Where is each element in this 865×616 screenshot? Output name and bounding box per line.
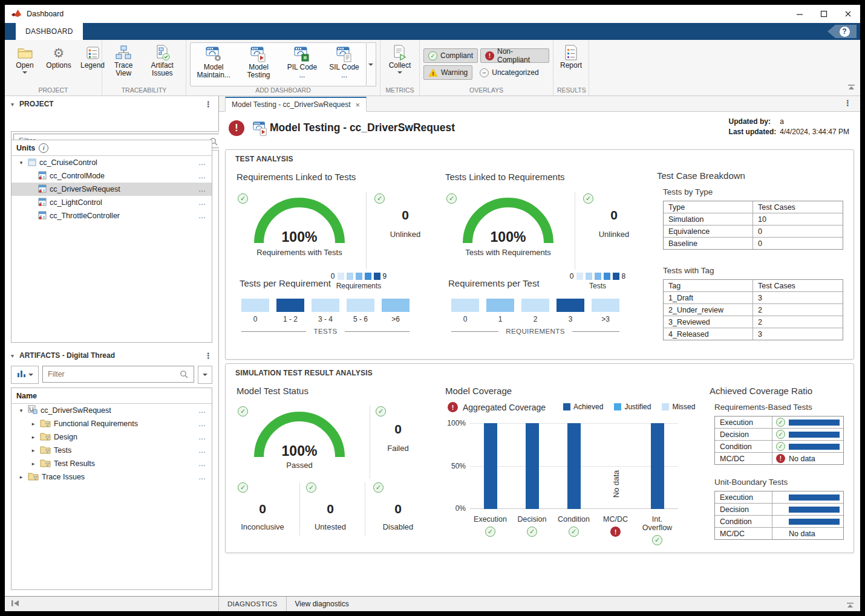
project-panel-header[interactable]: ▾ PROJECT ⋮ bbox=[5, 96, 218, 112]
row-menu-button[interactable]: … bbox=[198, 459, 209, 468]
row-menu-button[interactable]: … bbox=[198, 212, 209, 220]
minimize-button[interactable] bbox=[788, 5, 812, 23]
maximize-button[interactable] bbox=[812, 5, 836, 23]
overlay-uncategorized-toggle[interactable]: Uncategorized bbox=[475, 65, 543, 80]
coverage-legend: Achieved Justified Missed bbox=[563, 403, 695, 411]
kebab-menu-icon[interactable]: ⋮ bbox=[844, 99, 852, 108]
model-maintainability-dashboard-button[interactable]: Model Maintain... bbox=[191, 44, 236, 85]
options-button[interactable]: ⚙ Options bbox=[42, 42, 75, 86]
requirements-based-table: Execution Decision Condition MC/DCNo dat… bbox=[714, 416, 844, 465]
histogram-cell bbox=[521, 299, 549, 312]
trace-view-button[interactable]: Trace View bbox=[106, 42, 141, 86]
overlay-non-compliant-toggle[interactable]: Non-Compliant bbox=[480, 48, 549, 63]
row-menu-button[interactable]: … bbox=[198, 433, 209, 441]
collect-button[interactable]: Collect bbox=[384, 42, 416, 86]
filter-options-button[interactable] bbox=[198, 366, 212, 384]
diagnostics-label[interactable]: DIAGNOSTICS bbox=[219, 597, 287, 611]
tree-item-cc-driverswrequest-artifacts[interactable]: ▾ cc_DriverSwRequest … bbox=[11, 404, 212, 417]
minimize-ribbon-button[interactable] bbox=[847, 82, 855, 92]
row-menu-button[interactable]: … bbox=[198, 198, 209, 207]
info-icon[interactable]: i bbox=[39, 143, 48, 153]
model-testing-dashboard-button[interactable]: Model Testing bbox=[236, 44, 281, 85]
tree-item-test-results[interactable]: ▸ Test Results … bbox=[11, 457, 212, 470]
histogram-cell bbox=[592, 299, 619, 312]
non-compliant-status-icon bbox=[229, 120, 244, 136]
artifacts-filter-input[interactable] bbox=[42, 366, 194, 383]
tree-item-cc-throttlecontroller[interactable]: cc_ThrottleController … bbox=[11, 209, 212, 222]
tree-item-cc-driverswrequest[interactable]: cc_DriverSwRequest … bbox=[11, 183, 212, 196]
close-tab-icon[interactable]: × bbox=[356, 101, 361, 109]
ribbon-group-traceability: Trace View Artifact Issues TRACEABILITY bbox=[102, 40, 186, 96]
row-menu-button[interactable]: … bbox=[198, 158, 209, 167]
expander-icon[interactable]: ▾ bbox=[18, 407, 25, 413]
view-diagnostics-link[interactable]: View diagnostics bbox=[287, 597, 357, 611]
chevron-down-icon bbox=[22, 71, 27, 74]
project-panel-title: PROJECT bbox=[19, 100, 54, 108]
overlay-warning-toggle[interactable]: Warning bbox=[423, 65, 472, 80]
view-mode-button[interactable] bbox=[11, 366, 39, 384]
report-button[interactable]: Report bbox=[555, 42, 587, 86]
kebab-menu-icon[interactable]: ⋮ bbox=[204, 351, 212, 360]
table-row: Decision bbox=[715, 428, 843, 440]
status-ok-icon bbox=[446, 193, 457, 204]
coverage-status-icon bbox=[652, 535, 662, 545]
overlay-compliant-toggle[interactable]: Compliant bbox=[423, 48, 478, 63]
row-status-icon bbox=[776, 418, 785, 427]
tree-item-functional-requirements[interactable]: ▸ Functional Requirements … bbox=[11, 417, 212, 430]
expander-icon[interactable]: ▸ bbox=[30, 421, 37, 427]
tree-item-cc-controlmode[interactable]: cc_ControlMode … bbox=[11, 169, 212, 183]
chevron-down-icon bbox=[397, 71, 402, 74]
row-menu-button[interactable]: … bbox=[198, 406, 209, 415]
row-menu-button[interactable]: … bbox=[198, 446, 209, 455]
model-maintainability-icon bbox=[204, 45, 223, 63]
divider bbox=[575, 192, 575, 270]
kebab-menu-icon[interactable]: ⋮ bbox=[204, 100, 212, 109]
titlebar: Dashboard bbox=[5, 5, 860, 23]
tests-with-tag-table: TagTest Cases 1_Draft3 2_Under_review2 3… bbox=[663, 279, 843, 340]
compliant-check-icon bbox=[428, 51, 437, 60]
tree-item-tests[interactable]: ▸ Tests … bbox=[11, 444, 212, 457]
histogram-legend: 0 9 Requirements bbox=[316, 272, 401, 290]
tree-item-cc-lightcontrol[interactable]: cc_LightControl … bbox=[11, 196, 212, 209]
pil-code-dashboard-button[interactable]: PIL Code ... bbox=[281, 44, 324, 85]
row-menu-button[interactable]: … bbox=[198, 420, 209, 428]
dashboard-gallery: Model Maintain... Model Testing PIL Code… bbox=[190, 42, 367, 86]
status-ok-icon bbox=[238, 406, 248, 417]
row-menu-button[interactable]: … bbox=[198, 172, 209, 180]
coverage-bar-chart: 100% 50% 0% No data bbox=[469, 423, 678, 509]
collapse-icon[interactable]: ▾ bbox=[11, 101, 19, 108]
expander-icon[interactable]: ▸ bbox=[30, 461, 37, 467]
divider bbox=[366, 192, 367, 270]
collapse-left-panel-button[interactable] bbox=[11, 598, 19, 609]
help-button[interactable]: ? bbox=[827, 25, 857, 38]
folder-filter-icon bbox=[28, 472, 39, 482]
ribbon-group-label: PROJECT bbox=[8, 86, 98, 96]
coverage-x-labels: Execution Decision Condition MC/DC Int. … bbox=[469, 511, 678, 545]
expand-diagnostics-button[interactable] bbox=[846, 600, 854, 611]
gauge-requirements-with-tests: 100% bbox=[251, 195, 348, 245]
collapse-icon[interactable]: ▾ bbox=[11, 352, 19, 359]
expander-icon[interactable]: ▸ bbox=[30, 447, 37, 453]
artifact-issues-button[interactable]: Artifact Issues bbox=[142, 42, 182, 86]
tree-item-trace-issues[interactable]: ▸ Trace Issues … bbox=[11, 470, 212, 484]
table-row: Condition bbox=[715, 440, 843, 452]
document-header: Model Testing - cc_DriverSwRequest Updat… bbox=[219, 112, 860, 148]
open-button[interactable]: Open bbox=[8, 42, 41, 86]
app-window: Dashboard DASHBOARD ? Open ⚙ Options bbox=[5, 5, 860, 611]
artifacts-panel-header[interactable]: ▾ ARTIFACTS - Digital Thread ⋮ bbox=[5, 348, 218, 363]
document-tab[interactable]: Model Testing - cc_DriverSwRequest × bbox=[225, 97, 367, 112]
sil-code-dashboard-button[interactable]: SIL Code ... bbox=[323, 44, 365, 85]
row-menu-button[interactable]: … bbox=[198, 185, 209, 193]
tree-item-design[interactable]: ▸ Design … bbox=[11, 430, 212, 444]
expander-icon[interactable]: ▾ bbox=[18, 160, 25, 166]
gallery-dropdown-button[interactable] bbox=[367, 42, 376, 86]
ribbon-tab-dashboard[interactable]: DASHBOARD bbox=[16, 23, 83, 40]
ribbon-group-label: TRACEABILITY bbox=[106, 86, 182, 96]
tree-item-cc-cruisecontrol[interactable]: ▾ cc_CruiseControl … bbox=[11, 156, 212, 169]
close-button[interactable] bbox=[836, 5, 860, 23]
model-testing-icon bbox=[249, 45, 267, 63]
bar-chart-icon bbox=[17, 369, 27, 380]
row-menu-button[interactable]: … bbox=[198, 473, 209, 481]
expander-icon[interactable]: ▸ bbox=[30, 434, 37, 440]
expander-icon[interactable]: ▸ bbox=[18, 474, 25, 480]
